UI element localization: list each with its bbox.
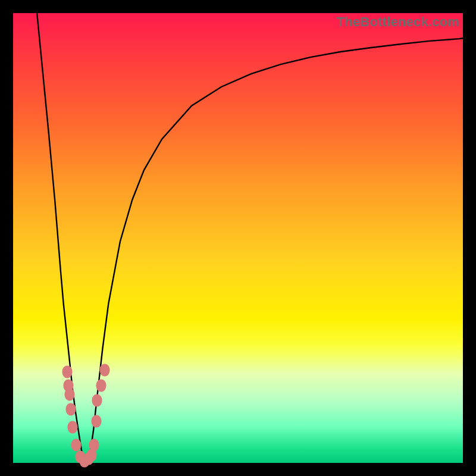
marker-dot [92, 394, 102, 406]
chart-curves [13, 13, 463, 463]
stage: TheBottleneck.com [0, 0, 476, 476]
marker-dot [91, 415, 101, 427]
marker-dot [65, 403, 76, 416]
marker-dot [96, 379, 107, 392]
curve-left [37, 13, 84, 462]
marker-dot [100, 364, 110, 377]
plot-area: TheBottleneck.com [13, 13, 463, 463]
marker-dot [71, 439, 81, 451]
marker-dot [89, 439, 99, 451]
marker-dot [62, 366, 72, 378]
marker-dot [65, 389, 75, 401]
curve-right [87, 38, 463, 461]
marker-dot [67, 421, 77, 434]
